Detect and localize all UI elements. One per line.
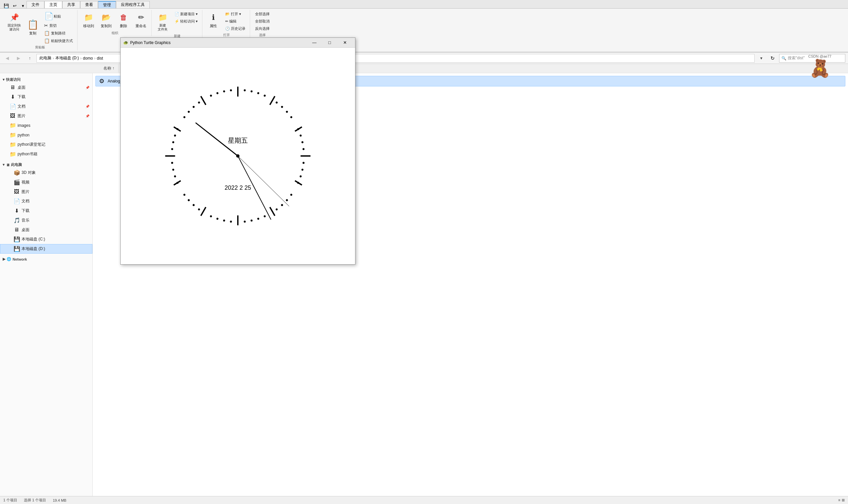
sidebar-item-label: images [18, 123, 31, 128]
clipboard-small-btns: ✂ 剪切 📋 复制路径 📋 粘贴快捷方式 [42, 22, 75, 44]
cut-button[interactable]: ✂ 剪切 [42, 22, 75, 29]
select-none-button[interactable]: 全部取消 [253, 18, 272, 25]
turtle-titlebar-left: 🐢 Python Turtle Graphics [123, 40, 171, 45]
list-view-button[interactable]: ≡ [838, 498, 841, 502]
edit-button[interactable]: ✏ 编辑 [223, 18, 248, 25]
history-button[interactable]: 🕐 历史记录 [223, 25, 248, 32]
copy-button[interactable]: 📋 复制 [24, 18, 41, 37]
python-books-icon: 📁 [10, 151, 16, 157]
open-button[interactable]: 📂 打开 ▾ [223, 11, 248, 18]
rename-button[interactable]: ✏ 重命名 [132, 11, 149, 30]
delete-button[interactable]: 🗑 删除 [115, 11, 132, 30]
select-all-button[interactable]: 全部选择 [253, 11, 272, 18]
sidebar-item-label: 音乐 [21, 218, 30, 223]
clipboard-buttons: 📌 固定到快速访问 📋 复制 📄 粘贴 [5, 11, 75, 44]
nav-up-button[interactable]: ↑ [25, 54, 34, 62]
sidebar-item-documents[interactable]: 📄 文档 📌 [0, 102, 92, 111]
new-folder-button[interactable]: 📁 新建文件夹 [154, 11, 171, 33]
sidebar-item-disk-d[interactable]: 💾 本地磁盘 (D:) [0, 244, 92, 254]
sidebar-item-downloads2[interactable]: ⬇ 下载 [0, 206, 92, 216]
exe-icon: ⚙ [99, 77, 105, 85]
tab-file[interactable]: 文件 [26, 1, 45, 8]
sidebar-item-documents2[interactable]: 📄 文档 [0, 196, 92, 206]
sidebar-item-label: 视频 [21, 179, 30, 185]
qat-undo-button[interactable]: ↩ [11, 2, 18, 9]
this-pc-chevron: ▾ [3, 163, 5, 167]
sidebar-item-desktop2[interactable]: 🖥 桌面 [0, 225, 92, 234]
invert-selection-button[interactable]: 反向选择 [253, 25, 272, 32]
this-pc-section: ▾ 🖥 此电脑 📦 3D 对象 🎬 视频 🖼 图片 📄 [0, 160, 92, 254]
turtle-icon: 🐢 [123, 40, 128, 45]
properties-button[interactable]: ℹ 属性 [205, 11, 222, 30]
path-part-0[interactable]: 此电脑 [39, 55, 51, 61]
sidebar-item-disk-c[interactable]: 💾 本地磁盘 (C:) [0, 234, 92, 244]
video-icon: 🎬 [14, 179, 20, 185]
detail-view-button[interactable]: ⊞ [842, 498, 845, 502]
sidebar-item-label: 本地磁盘 (C:) [21, 236, 45, 242]
copy-path-icon: 📋 [44, 31, 50, 36]
documents2-icon: 📄 [14, 198, 20, 204]
paste-button[interactable]: 📄 粘贴 [42, 11, 75, 22]
sidebar-item-images[interactable]: 📁 images [0, 121, 92, 130]
sidebar-item-pictures2[interactable]: 🖼 图片 [0, 187, 92, 196]
sidebar-item-label: python课堂笔记 [18, 142, 46, 147]
disk-d-icon: 💾 [14, 246, 20, 252]
sidebar-item-downloads[interactable]: ⬇ 下载 [0, 92, 92, 102]
col-name-header[interactable]: 名称 ↑ [99, 64, 119, 73]
sidebar-item-desktop[interactable]: 🖥 桌面 📌 [0, 83, 92, 92]
sidebar-item-python[interactable]: 📁 python [0, 130, 92, 140]
properties-icon: ℹ [208, 12, 219, 23]
date-label: 2022 2 25 [225, 184, 251, 191]
organize-buttons: 📁 移动到 📂 复制到 🗑 删除 ✏ 重命名 [80, 11, 149, 30]
refresh-button[interactable]: ↻ [768, 54, 777, 62]
sidebar-item-label: 本地磁盘 (D:) [21, 246, 45, 252]
sidebar-item-video[interactable]: 🎬 视频 [0, 178, 92, 187]
path-part-1[interactable]: 本地磁盘 (D:) [55, 55, 79, 61]
sidebar-item-label: 图片 [18, 113, 25, 119]
network-header[interactable]: ▶ 🌐 Network [0, 255, 92, 262]
quick-access-header[interactable]: ▾ 快速访问 [0, 75, 92, 83]
turtle-titlebar-buttons: — □ ✕ [307, 38, 352, 48]
tab-home[interactable]: 主页 [45, 1, 62, 8]
open-small-btns: 📂 打开 ▾ ✏ 编辑 🕐 历史记录 [223, 11, 248, 32]
move-to-button[interactable]: 📁 移动到 [80, 11, 97, 30]
qat-dropdown-button[interactable]: ▾ [19, 2, 26, 9]
sidebar-item-pictures[interactable]: 🖼 图片 📌 [0, 111, 92, 121]
sidebar-item-label: 下载 [18, 94, 25, 100]
tab-manage[interactable]: 管理 [98, 1, 116, 8]
path-part-2[interactable]: domo [83, 56, 93, 60]
new-item-button[interactable]: 📄 新建项目 ▾ [172, 11, 200, 18]
pin-icon: 📌 [9, 12, 20, 23]
turtle-minimize-button[interactable]: — [307, 38, 322, 48]
select-btns: 全部选择 全部取消 反向选择 [253, 11, 272, 32]
paste-shortcut-button[interactable]: 📋 粘贴快捷方式 [42, 37, 75, 44]
sidebar-item-music[interactable]: 🎵 音乐 [0, 216, 92, 225]
address-dropdown-button[interactable]: ▾ [757, 54, 766, 62]
sidebar-item-python-books[interactable]: 📁 python书籍 [0, 149, 92, 159]
sidebar-item-python-notes[interactable]: 📁 python课堂笔记 [0, 140, 92, 149]
this-pc-header[interactable]: ▾ 🖥 此电脑 [0, 160, 92, 168]
open-group: ℹ 属性 📂 打开 ▾ ✏ 编辑 🕐 历史记录 [203, 10, 250, 38]
tab-share[interactable]: 共享 [62, 1, 80, 8]
easy-access-button[interactable]: ⚡ 轻松访问 ▾ [172, 18, 200, 25]
this-pc-icon: 🖥 [6, 163, 10, 167]
nav-back-button: ◀ [3, 54, 12, 62]
python-folder-icon: 📁 [10, 132, 16, 138]
desktop2-icon: 🖥 [14, 227, 20, 233]
status-view-buttons: ≡ ⊞ [838, 498, 845, 502]
pin-button[interactable]: 📌 固定到快速访问 [5, 11, 24, 33]
turtle-maximize-button[interactable]: □ [322, 38, 337, 48]
copy-to-button[interactable]: 📂 复制到 [98, 11, 114, 30]
tab-view[interactable]: 查看 [80, 1, 98, 8]
sidebar-item-3d[interactable]: 📦 3D 对象 [0, 168, 92, 178]
paste-shortcut-icon: 📋 [44, 38, 50, 43]
path-part-3[interactable]: dist [97, 56, 103, 60]
sidebar-item-label: 文档 [18, 104, 25, 109]
sidebar: ▾ 快速访问 🖥 桌面 📌 ⬇ 下载 📄 文档 📌 [0, 73, 93, 496]
ribbon-tabs: 文件 主页 共享 查看 管理 应用程序工具 [0, 0, 848, 8]
qat-save-button[interactable]: 💾 [3, 2, 10, 9]
copy-path-button[interactable]: 📋 复制路径 [42, 30, 75, 37]
tab-app-tools[interactable]: 应用程序工具 [116, 1, 150, 8]
clipboard-group: 📌 固定到快速访问 📋 复制 📄 粘贴 [3, 10, 77, 50]
turtle-close-button[interactable]: ✕ [337, 38, 352, 48]
